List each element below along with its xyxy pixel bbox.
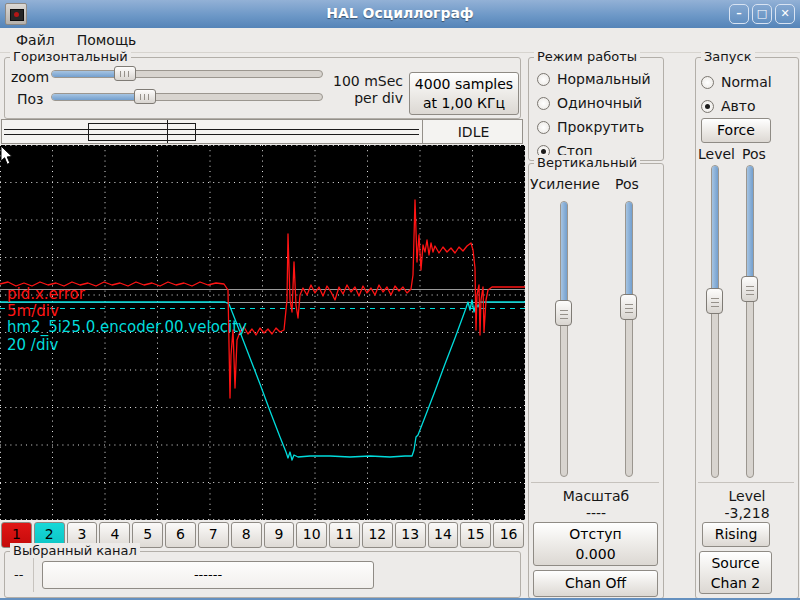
trigger-normal[interactable]: Normal <box>701 74 772 90</box>
scope-display: pid.x.error 5m/div hm2_5i25.0.encoder.00… <box>0 145 525 520</box>
run-mode-single[interactable]: Одиночный <box>537 95 642 111</box>
level-slider-fill <box>712 166 718 303</box>
pos-slider-handle[interactable] <box>134 89 156 104</box>
gain-slider[interactable] <box>555 201 572 477</box>
titlebar[interactable]: HAL Осциллограф – □ ✕ <box>0 0 800 28</box>
source-button-value: Chan 2 <box>700 573 771 593</box>
run-mode-roll[interactable]: Прокрутить <box>537 119 644 135</box>
minimize-button[interactable]: – <box>729 4 749 24</box>
zoom-slider[interactable] <box>51 66 323 81</box>
status-label: IDLE <box>422 120 524 143</box>
horizontal-panel-label: Горизонтальный <box>10 49 131 64</box>
scale-caption: Масштаб <box>529 488 663 504</box>
gain-slider-track <box>560 201 568 477</box>
vertical-pos-slider-label: Pos <box>615 176 639 192</box>
vertical-pos-slider-handle[interactable] <box>620 294 637 320</box>
samples-count: 4000 samples <box>410 75 518 94</box>
selected-channel-panel-label: Выбранный канал <box>10 543 140 558</box>
channel-button-16[interactable]: 16 <box>493 522 524 548</box>
channel-button-15[interactable]: 15 <box>460 522 491 548</box>
channel2-pin-label: hm2_5i25.0.encoder.00.velocity <box>7 319 247 335</box>
level-value: -3,218 <box>696 505 798 521</box>
pos-slider-label: Поз <box>17 91 44 107</box>
channel-button-13[interactable]: 13 <box>395 522 426 548</box>
channel2-scale-label: 20 /div <box>7 337 58 353</box>
zoom-slider-label: zoom <box>11 69 49 85</box>
time-per-div-unit: per div <box>288 90 403 107</box>
window-controls: – □ ✕ <box>729 4 795 24</box>
record-line <box>4 129 419 135</box>
channel-button-9[interactable]: 9 <box>264 522 295 548</box>
force-button[interactable]: Force <box>701 118 771 143</box>
pos-slider-fill <box>52 94 147 100</box>
record-position-strip: IDLE <box>1 119 523 144</box>
gain-slider-handle[interactable] <box>555 300 572 326</box>
radio-icon <box>701 100 714 113</box>
record-trigger-mark <box>167 120 168 143</box>
source-button[interactable]: Source Chan 2 <box>699 551 772 594</box>
mouse-cursor <box>0 145 14 166</box>
time-per-div-label: 100 mSec per div <box>288 73 403 107</box>
gain-slider-fill <box>561 202 567 315</box>
vertical-pos-slider[interactable] <box>620 201 637 477</box>
level-slider-track <box>711 165 719 478</box>
zoom-slider-handle[interactable] <box>114 66 136 81</box>
trigger-pos-slider-label: Pos <box>742 146 766 162</box>
edge-button[interactable]: Rising <box>702 522 770 547</box>
trigger-pos-slider-track <box>746 165 754 478</box>
divider <box>33 558 34 592</box>
channel-button-14[interactable]: 14 <box>428 522 459 548</box>
divider <box>698 482 794 483</box>
run-mode-roll-label: Прокрутить <box>557 119 644 135</box>
source-button-label: Source <box>700 553 771 573</box>
run-mode-panel: Режим работы Нормальный Одиночный Прокру… <box>528 57 664 161</box>
selected-channel-panel: Выбранный канал -- ------ <box>4 551 521 598</box>
level-slider[interactable] <box>706 165 723 478</box>
channel1-pin-label: pid.x.error <box>7 286 85 302</box>
samples-button[interactable]: 4000 samples at 1,00 КГц <box>409 72 519 115</box>
channel1-scale-label: 5m/div <box>7 303 59 319</box>
run-mode-single-label: Одиночный <box>557 95 642 111</box>
trigger-pos-slider-handle[interactable] <box>741 276 758 302</box>
radio-icon <box>701 76 714 89</box>
channel-button-7[interactable]: 7 <box>198 522 229 548</box>
chan-off-button[interactable]: Chan Off <box>533 570 658 597</box>
close-button[interactable]: ✕ <box>775 4 795 24</box>
pos-slider-track <box>51 93 323 101</box>
trigger-panel: Запуск Normal Авто Force Level Pos Level… <box>695 57 799 599</box>
record-window-box <box>88 123 196 141</box>
zoom-slider-track <box>51 70 323 78</box>
channel-button-8[interactable]: 8 <box>231 522 262 548</box>
run-mode-normal-label: Нормальный <box>557 71 651 87</box>
level-caption: Level <box>696 488 798 504</box>
pos-slider[interactable] <box>51 89 323 104</box>
trigger-normal-label: Normal <box>721 74 772 90</box>
level-slider-handle[interactable] <box>706 288 723 314</box>
run-mode-panel-label: Режим работы <box>534 49 640 64</box>
run-mode-normal[interactable]: Нормальный <box>537 71 651 87</box>
horizontal-panel: Горизонтальный zoom Поз 100 mSec per div… <box>4 57 521 119</box>
channel-button-10[interactable]: 10 <box>296 522 327 548</box>
offset-button-value: 0.000 <box>534 544 657 564</box>
menu-file[interactable]: Файл <box>6 29 65 51</box>
vertical-panel-label: Вертикальный <box>534 155 640 170</box>
trigger-pos-slider-fill <box>747 166 753 291</box>
divider <box>531 482 659 483</box>
channel-button-11[interactable]: 11 <box>329 522 360 548</box>
channel-button-12[interactable]: 12 <box>362 522 393 548</box>
menu-help[interactable]: Помощь <box>67 29 147 51</box>
trigger-auto[interactable]: Авто <box>701 98 756 114</box>
level-slider-label: Level <box>698 146 735 162</box>
selected-channel-number: -- <box>14 567 23 582</box>
maximize-button[interactable]: □ <box>752 4 772 24</box>
vertical-panel: Вертикальный Усиление Pos Масштаб ---- О… <box>528 163 664 599</box>
selected-channel-source-button[interactable]: ------ <box>42 561 374 589</box>
trigger-panel-label: Запуск <box>701 49 755 64</box>
samples-rate: at 1,00 КГц <box>410 94 518 113</box>
gain-slider-label: Усиление <box>530 176 600 192</box>
vertical-pos-slider-fill <box>626 202 632 309</box>
channel-button-6[interactable]: 6 <box>165 522 196 548</box>
window-title: HAL Осциллограф <box>0 5 800 21</box>
offset-button[interactable]: Отступ 0.000 <box>533 522 658 566</box>
trigger-pos-slider[interactable] <box>741 165 758 478</box>
